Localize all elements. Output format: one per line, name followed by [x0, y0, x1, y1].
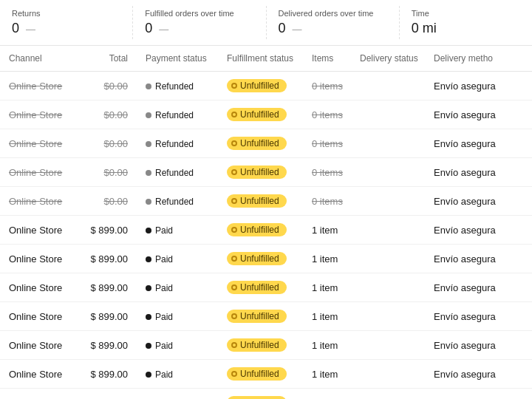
table-row[interactable]: Online Store $ 1,798.00 Paid Unfulfilled…: [0, 389, 532, 400]
total-value: $0.00: [103, 109, 128, 120]
fulfillment-badge: Unfulfilled: [227, 281, 287, 294]
cell-items: 1 item: [303, 245, 351, 273]
delivery-method-value: Envío asegura: [434, 225, 496, 236]
channel-label: Online Store: [9, 138, 62, 149]
total-value: $0.00: [103, 138, 128, 149]
cell-delivery-status: [351, 389, 425, 400]
cell-delivery-status: [351, 331, 425, 360]
payment-dot-icon: [146, 372, 151, 378]
table-row[interactable]: Online Store $ 899.00 Paid Unfulfilled 1…: [0, 245, 532, 273]
cell-channel: Online Store: [0, 100, 74, 129]
table-row[interactable]: Online Store $ 899.00 Paid Unfulfilled 1…: [0, 216, 532, 245]
cell-channel: Online Store: [0, 129, 74, 158]
delivery-method-value: Envío asegura: [434, 81, 496, 92]
total-value: $0.00: [103, 167, 128, 178]
items-value: 0 items: [312, 167, 343, 178]
cell-fulfillment: Unfulfilled: [218, 72, 303, 100]
col-header-total: Total: [74, 46, 137, 72]
summary-unit: —: [159, 24, 168, 35]
payment-badge: Paid: [146, 254, 173, 265]
payment-dot-icon: [146, 314, 151, 320]
cell-delivery-method: Envío asegura: [425, 273, 532, 302]
items-value: 1 item: [312, 311, 338, 322]
payment-label: Paid: [155, 254, 173, 265]
total-value: $ 899.00: [90, 282, 128, 293]
fulfillment-badge: Unfulfilled: [227, 367, 287, 381]
header-row: Channel Total Payment status Fulfillment…: [0, 46, 532, 72]
cell-total: $0.00: [74, 100, 137, 129]
channel-label: Online Store: [9, 196, 62, 207]
delivery-method-value: Envío asegura: [434, 196, 496, 207]
table-row[interactable]: Online Store $0.00 Refunded Unfulfilled …: [0, 100, 532, 129]
summary-item-1: Fulfilled orders over time 0 —: [133, 6, 266, 39]
payment-badge: Refunded: [146, 81, 194, 92]
cell-fulfillment: Unfulfilled: [218, 273, 303, 302]
payment-dot-icon: [146, 343, 151, 349]
items-value: 0 items: [312, 81, 343, 92]
table-row[interactable]: Online Store $ 899.00 Paid Unfulfilled 1…: [0, 302, 532, 331]
summary-item-0: Returns 0 —: [0, 6, 133, 39]
fulfillment-dot-icon: [231, 83, 237, 89]
cell-fulfillment: Unfulfilled: [218, 187, 303, 216]
col-header-items: Items: [303, 46, 351, 72]
payment-dot-icon: [146, 112, 151, 118]
summary-bar: Returns 0 — Fulfilled orders over time 0…: [0, 0, 532, 46]
total-value: $0.00: [103, 196, 128, 207]
cell-total: $0.00: [74, 129, 137, 158]
channel-label: Online Store: [9, 340, 62, 351]
cell-total: $ 899.00: [74, 360, 137, 389]
payment-label: Refunded: [155, 197, 194, 207]
table-row[interactable]: Online Store $0.00 Refunded Unfulfilled …: [0, 158, 532, 187]
delivery-method-value: Envío asegura: [434, 311, 496, 322]
channel-label: Online Store: [9, 311, 62, 322]
table-row[interactable]: Online Store $ 899.00 Paid Unfulfilled 1…: [0, 331, 532, 360]
fulfillment-label: Unfulfilled: [240, 138, 279, 149]
cell-delivery-method: Envío asegura: [425, 245, 532, 273]
delivery-method-value: Envío asegura: [434, 167, 496, 178]
fulfillment-badge: Unfulfilled: [227, 338, 287, 352]
channel-label: Online Store: [9, 369, 62, 380]
payment-label: Refunded: [155, 168, 194, 178]
items-value: 0 items: [312, 138, 343, 149]
delivery-method-value: Envío asegura: [434, 369, 496, 380]
fulfillment-dot-icon: [231, 256, 237, 262]
table-row[interactable]: Online Store $ 899.00 Paid Unfulfilled 1…: [0, 273, 532, 302]
cell-total: $0.00: [74, 187, 137, 216]
table-row[interactable]: Online Store $0.00 Refunded Unfulfilled …: [0, 72, 532, 100]
cell-payment: Paid: [137, 245, 218, 273]
fulfillment-badge: Unfulfilled: [227, 137, 287, 150]
items-value: 0 items: [312, 109, 343, 120]
table-row[interactable]: Online Store $0.00 Refunded Unfulfilled …: [0, 129, 532, 158]
cell-fulfillment: Unfulfilled: [218, 245, 303, 273]
table-row[interactable]: Online Store $0.00 Refunded Unfulfilled …: [0, 187, 532, 216]
payment-badge: Refunded: [146, 139, 194, 149]
cell-payment: Refunded: [137, 129, 218, 158]
fulfillment-dot-icon: [231, 112, 237, 117]
fulfillment-dot-icon: [231, 169, 237, 175]
cell-total: $0.00: [74, 158, 137, 187]
cell-payment: Paid: [137, 302, 218, 331]
cell-items: 1 item: [303, 216, 351, 245]
cell-items: 0 items: [303, 158, 351, 187]
fulfillment-label: Unfulfilled: [240, 253, 279, 264]
channel-label: Online Store: [9, 225, 62, 236]
table-row[interactable]: Online Store $ 899.00 Paid Unfulfilled 1…: [0, 360, 532, 389]
items-value: 1 item: [312, 369, 338, 380]
fulfillment-dot-icon: [231, 284, 237, 290]
cell-items: 0 items: [303, 100, 351, 129]
fulfillment-dot-icon: [231, 198, 237, 204]
cell-total: $ 1,798.00: [74, 389, 137, 400]
items-value: 1 item: [312, 253, 338, 265]
cell-delivery-method: Envío asegura: [425, 129, 532, 158]
cell-payment: Refunded: [137, 187, 218, 216]
channel-label: Online Store: [9, 253, 62, 265]
cell-delivery-status: [351, 100, 425, 129]
cell-delivery-status: [351, 129, 425, 158]
cell-items: 0 items: [303, 129, 351, 158]
payment-label: Refunded: [155, 110, 194, 120]
cell-channel: Online Store: [0, 302, 74, 331]
payment-badge: Paid: [146, 283, 173, 293]
summary-label: Fulfilled orders over time: [145, 9, 253, 18]
cell-delivery-status: [351, 245, 425, 273]
cell-total: $ 899.00: [74, 245, 137, 273]
